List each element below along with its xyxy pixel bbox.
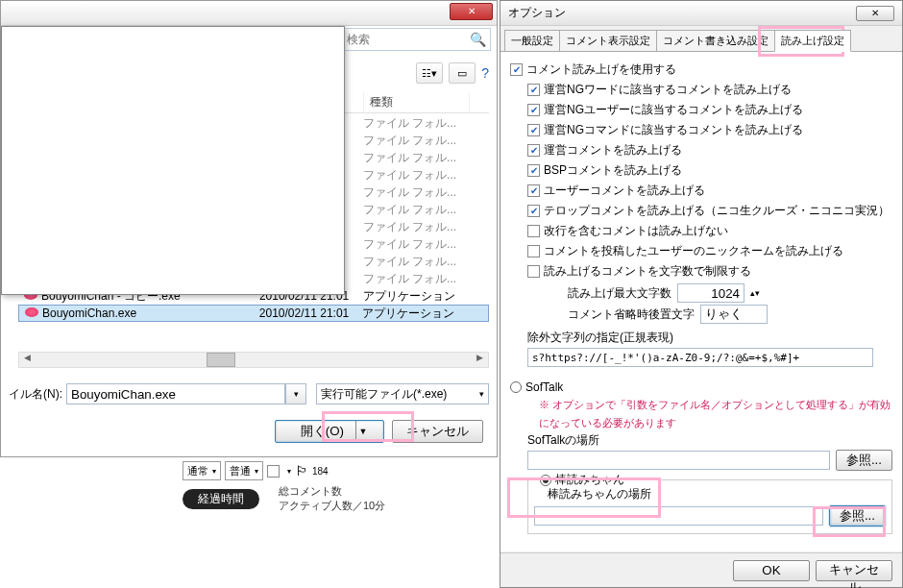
num-label: 184 <box>312 466 329 477</box>
label-abbr: コメント省略時後置文字 <box>568 306 695 323</box>
radio-softalk[interactable] <box>510 381 522 393</box>
label-softalk-path: SofTalkの場所 <box>527 432 892 449</box>
app-icon <box>25 307 38 317</box>
view-menu-button[interactable]: ☷▾ <box>416 62 443 84</box>
options-dialog: オプション ✕ 一般設定 コメント表示設定 コメント書き込み設定 読み上げ設定 … <box>500 0 903 588</box>
checkbox-bsp[interactable] <box>527 164 540 177</box>
chevron-down-icon[interactable]: ▾ <box>287 467 291 476</box>
chevron-down-icon: ▾ <box>212 467 216 476</box>
tab-write[interactable]: コメント書き込み設定 <box>656 30 775 51</box>
chevron-down-icon: ▾ <box>255 467 258 476</box>
label-nickname: コメントを投稿したユーザーのニックネームを読み上げる <box>544 243 843 259</box>
checkbox-newline[interactable] <box>527 225 540 237</box>
new-folder-button[interactable]: ▭ <box>449 62 476 84</box>
label-limit: 読み上げるコメントを文字数で制限する <box>544 263 751 280</box>
label-ngword: 運営NGワードに該当するコメントを読み上げる <box>544 82 792 98</box>
close-button[interactable]: ✕ <box>450 3 493 20</box>
filename-dropdown[interactable]: ▾ <box>285 383 306 404</box>
elapsed-time-label: 経過時間 <box>183 489 259 509</box>
address-dropdown-overlay[interactable] <box>1 26 345 295</box>
spinner-icon[interactable]: ▴▾ <box>750 288 760 298</box>
select-mode[interactable]: 通常▾ <box>183 461 221 480</box>
browse-softalk-button[interactable]: 参照... <box>836 450 892 471</box>
select-speed[interactable]: 普通▾ <box>225 461 263 480</box>
dialog-titlebar[interactable]: ✕ <box>1 1 497 26</box>
tab-general[interactable]: 一般設定 <box>504 30 560 51</box>
checkbox-option[interactable] <box>267 465 280 478</box>
checkbox-ngcmd[interactable] <box>527 124 540 136</box>
scroll-left-icon[interactable]: ◀ <box>19 353 36 367</box>
checkbox-ngword[interactable] <box>527 84 540 96</box>
label-softalk: SofTalk <box>525 380 563 394</box>
label-bouyomi-path: 棒読みちゃんの場所 <box>548 486 886 502</box>
filetype-filter[interactable]: 実行可能ファイル(*.exe)▾ <box>316 383 489 404</box>
help-icon[interactable]: ? <box>481 65 489 81</box>
cancel-button[interactable]: キャンセル <box>392 420 483 443</box>
label-bouyomi: 棒読みちゃん <box>555 472 624 488</box>
horizontal-scrollbar[interactable]: ◀ ▶ <box>18 352 489 368</box>
col-type[interactable]: 種類 <box>364 92 470 112</box>
input-softalk-path[interactable] <box>527 451 830 470</box>
search-icon[interactable]: 🔍 <box>470 32 486 47</box>
checkbox-use-read[interactable] <box>510 63 523 76</box>
checkbox-user[interactable] <box>527 184 540 197</box>
chevron-down-icon: ▾ <box>479 389 484 399</box>
label-telop: テロップコメントを読み上げる（ニコ生クルーズ・ニコニコ実況） <box>544 203 890 219</box>
checkbox-telop[interactable] <box>527 205 540 217</box>
checkbox-limit[interactable] <box>527 265 540 278</box>
open-button[interactable]: 開く(O) ▼ <box>275 420 384 443</box>
scroll-right-icon[interactable]: ▶ <box>472 353 488 367</box>
scroll-thumb[interactable] <box>207 353 235 367</box>
checkbox-nguser[interactable] <box>527 104 540 116</box>
warning-line2: になっている必要があります <box>539 414 892 432</box>
status-panel: 通常▾ 普通▾ ▾ 🏳 184 経過時間 総コメント数 アクティブ人数／10分 <box>183 461 500 513</box>
label-user: ユーザーコメントを読み上げる <box>544 183 705 199</box>
options-cancel-button[interactable]: キャンセル <box>816 560 892 581</box>
file-open-dialog: ✕ 🔍 ルダー ☷▾ ▭ ? 名前 更新日時 種類 ファイル フォル... ファ… <box>0 0 498 457</box>
flag-icon: 🏳 <box>295 463 308 478</box>
label-nguser: 運営NGユーザーに該当するコメントを読み上げる <box>544 102 803 118</box>
checkbox-nickname[interactable] <box>527 245 540 257</box>
warning-line1: ※ オプションで「引数をファイル名／オプションとして処理する」が有効 <box>539 396 892 414</box>
label-maxchars: 読み上げ最大文字数 <box>568 285 671 302</box>
checkbox-unei[interactable] <box>527 144 540 157</box>
stat-active-users: アクティブ人数／10分 <box>279 499 385 513</box>
stat-total-comments: 総コメント数 <box>279 484 385 499</box>
tab-read[interactable]: 読み上げ設定 <box>774 30 851 52</box>
tab-display[interactable]: コメント表示設定 <box>559 30 657 51</box>
label-newline: 改行を含むコメントは読み上げない <box>544 223 728 239</box>
search-box[interactable]: 🔍 <box>342 28 491 51</box>
label-regex: 除外文字列の指定(正規表現) <box>527 330 892 346</box>
open-split-arrow[interactable]: ▼ <box>356 427 370 436</box>
label-bsp: BSPコメントを読み上げる <box>544 162 682 179</box>
input-regex[interactable] <box>527 348 873 367</box>
browse-bouyomi-button[interactable]: 参照... <box>829 505 886 527</box>
filename-input[interactable] <box>66 383 285 404</box>
list-item-selected[interactable]: BouyomiChan.exe 2010/02/11 21:01 アプリケーショ… <box>18 305 489 322</box>
input-abbr[interactable] <box>700 305 768 324</box>
radio-bouyomi[interactable] <box>540 475 551 486</box>
options-title: オプション <box>508 5 566 21</box>
options-tabs: 一般設定 コメント表示設定 コメント書き込み設定 読み上げ設定 <box>500 26 902 52</box>
label-ngcmd: 運営NGコマンドに該当するコメントを読み上げる <box>544 122 803 138</box>
options-titlebar[interactable]: オプション ✕ <box>500 1 902 26</box>
filename-label: イル名(N): <box>1 386 66 403</box>
search-input[interactable] <box>343 29 463 50</box>
label-use-read: コメント読み上げを使用する <box>526 61 676 78</box>
close-button[interactable]: ✕ <box>856 6 894 21</box>
ok-button[interactable]: OK <box>733 560 810 581</box>
input-maxchars[interactable] <box>677 283 744 303</box>
input-bouyomi-path[interactable] <box>534 506 823 526</box>
label-unei: 運営コメントを読み上げる <box>544 142 682 159</box>
